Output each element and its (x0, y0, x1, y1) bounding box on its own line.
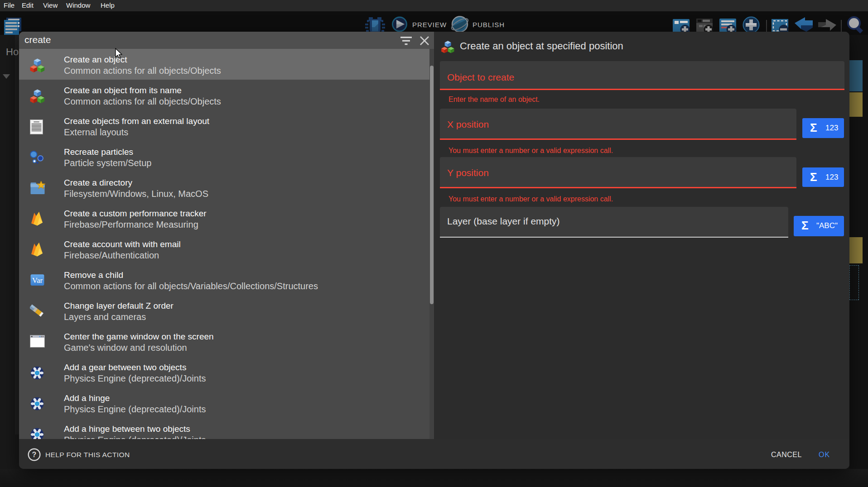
svg-text:?: ? (32, 451, 37, 458)
svg-text:Var: Var (32, 276, 43, 285)
